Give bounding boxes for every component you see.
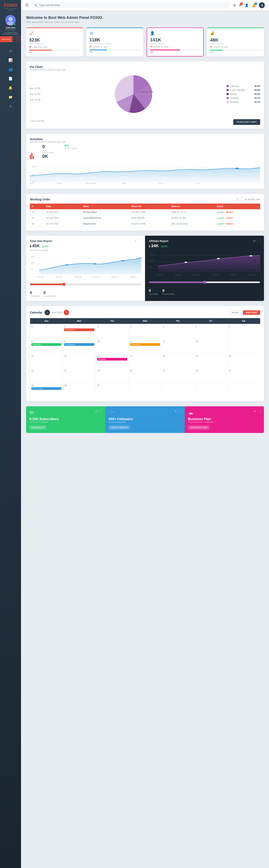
cal-cell-om-4[interactable]: 4 [227, 383, 260, 398]
users-icon-wrap[interactable]: 👤 [245, 3, 249, 7]
cal-cell-25[interactable]: 24 [129, 368, 161, 383]
stat-card-menu[interactable]: ⋮ [77, 31, 80, 34]
cal-next-btn[interactable]: › [64, 310, 69, 315]
menu-icon[interactable]: ☰ [25, 3, 29, 7]
cal-cell-24[interactable]: 23 [96, 368, 128, 383]
total-sale-refresh[interactable]: ↺ [134, 240, 137, 243]
cal-cell-12[interactable]: 12 [161, 339, 194, 353]
accept-btn[interactable]: ACCEPT [217, 223, 224, 225]
stat-card-menu-3[interactable]: ⋮ [197, 31, 200, 34]
social-value: 323K [29, 37, 80, 43]
widget-fol-refresh[interactable]: ↺ [174, 410, 177, 413]
widget-sub-expand[interactable]: ⛶ [99, 410, 102, 413]
sidebar-item-chart[interactable]: 📊 [6, 56, 15, 64]
visitors-value: 118K [89, 37, 140, 42]
cal-cell-28[interactable]: 27 [227, 368, 260, 383]
sidebar-item-docs[interactable]: 📄 [6, 74, 15, 83]
affiliate-range[interactable] [149, 281, 260, 284]
affiliate-refresh[interactable]: ↺ [253, 240, 255, 243]
cal-cell-10[interactable]: 10 [96, 339, 128, 353]
cal-event-repeating[interactable]: All Repeating [64, 343, 94, 346]
cal-event-today[interactable]: Click for today [31, 387, 61, 390]
sidebar-item-settings[interactable]: ⚙ [6, 102, 15, 111]
cal-cell-om-3[interactable]: 3 [194, 383, 227, 398]
download-chart-button[interactable]: DOWNLOAD CHART [233, 119, 260, 125]
cal-cell-11[interactable]: 11Conference [129, 339, 161, 353]
cal-cell-21[interactable]: 20 [227, 353, 260, 368]
affiliate-expand[interactable]: ⛶ [257, 240, 260, 243]
stat-card-menu-4[interactable]: ⋮ [258, 31, 261, 34]
cal-cell-15[interactable]: 14 [30, 353, 63, 368]
widget-sub-btn[interactable]: MANAGE LIST [29, 425, 47, 430]
cal-cell-6[interactable]: 6 [194, 324, 227, 339]
sidebar-item-notifications[interactable]: 🔔 [6, 84, 15, 92]
accept-btn[interactable]: ACCEPT [217, 217, 224, 219]
svg-text:40: 40 [150, 253, 154, 255]
widget-sub-refresh[interactable]: ↺ [95, 410, 97, 413]
cal-cell-23[interactable]: 22 [63, 368, 96, 383]
cal-cell-29[interactable]: 28Click for today [30, 383, 63, 398]
cal-cell-8[interactable]: 8Long Event [30, 339, 63, 353]
cal-cell-2[interactable]: 2All Day Event [63, 324, 96, 339]
pie-chart-menu[interactable]: ⋮ [252, 65, 255, 69]
cal-prev-btn[interactable]: ‹ [45, 310, 50, 315]
cal-cell-5[interactable]: 5 [161, 324, 194, 339]
widget-fol-expand[interactable]: ⛶ [179, 410, 181, 413]
email-icon-wrap[interactable]: ✉ 3 [239, 3, 242, 7]
cal-cell-18[interactable]: 17 [129, 353, 161, 368]
widget-plan-refresh[interactable]: ↺ [253, 410, 256, 413]
cal-cell-13[interactable]: 13 [194, 339, 227, 353]
widget-plan-btn[interactable]: UPGRADE TO PRO [188, 425, 209, 430]
cal-cell-27[interactable]: 26 [194, 368, 227, 383]
reject-btn[interactable]: REJECT [226, 223, 234, 225]
stat-card-menu-2[interactable]: ⋮ [137, 31, 140, 34]
row-name: Larisa Mackayova [81, 215, 130, 221]
accept-btn[interactable]: ACCEPT [217, 211, 224, 213]
cal-event-conference[interactable]: Conference [130, 343, 160, 346]
cal-event-long[interactable]: Long Event [31, 343, 61, 346]
cal-cell-9[interactable]: 9All Repeating [63, 339, 96, 353]
cal-cell-om-1[interactable]: 1 [129, 383, 161, 398]
total-sale-expand[interactable]: ⛶ [138, 240, 141, 243]
cal-cell-31[interactable]: 30 [96, 383, 128, 398]
cal-cell-16[interactable]: 15 [63, 353, 96, 368]
reject-btn[interactable]: REJECT [226, 211, 234, 213]
cal-cell-om-2[interactable]: 2 [161, 383, 194, 398]
activities-expand[interactable]: ⛶ [257, 137, 260, 141]
pie-legend: Lithuania 38.3% Czech Republic 23.0% Ire… [226, 85, 260, 103]
cal-cell-7[interactable]: 7 [227, 324, 260, 339]
calendar-view-btn[interactable]: Monthly [229, 310, 241, 315]
settings-icon-wrap[interactable]: ⚙ [233, 3, 236, 7]
sidebar-profile: John Doe DESIGNER I'm Working in Web Dev… [0, 13, 21, 44]
cal-cell-3[interactable]: 3 [96, 324, 128, 339]
cal-cell-20[interactable]: 19 [194, 353, 227, 368]
total-sale-range[interactable] [30, 283, 141, 286]
cal-cell-17[interactable]: 16Repeating [96, 353, 128, 368]
affiliate-chart: 40 20 0 2014 2016 2018 2020 2022 2024 [149, 251, 260, 276]
calendar-add-btn[interactable]: ADD EVENT [243, 310, 260, 315]
bell-icon-wrap[interactable]: 🔔 1 [252, 3, 256, 7]
reject-btn[interactable]: REJECT [226, 217, 234, 219]
working-order-expand[interactable]: ⛶ [240, 198, 243, 201]
cal-cell-22[interactable]: 21 [30, 368, 63, 383]
cal-cell-19[interactable]: 18 [161, 353, 194, 368]
widget-plan-expand[interactable]: ⛶ [258, 410, 261, 413]
sidebar-item-dashboard[interactable]: ⊞ [6, 46, 15, 55]
cal-cell-1[interactable]: 1 [30, 324, 63, 339]
pie-chart-expand[interactable]: ⛶ [257, 65, 260, 69]
cal-cell-26[interactable]: 25 [161, 368, 194, 383]
cal-event-repeating2[interactable]: Repeating [97, 358, 127, 361]
widget-fol-btn[interactable]: CHECK THEM OUT [109, 425, 130, 430]
dark-mode-toggle[interactable]: ◑ [259, 2, 265, 8]
cal-cell-30[interactable]: 29 [63, 383, 96, 398]
cal-event-all-day[interactable]: All Day Event [64, 329, 94, 331]
activities-menu[interactable]: ⋮ [252, 137, 255, 141]
cal-cell-4[interactable]: 4 [129, 324, 161, 339]
sidebar-item-files[interactable]: 📁 [6, 93, 15, 101]
sidebar-item-users[interactable]: 👥 [6, 65, 15, 73]
message-button[interactable]: MESSAGE [0, 36, 12, 42]
search-input[interactable] [39, 4, 227, 7]
logout-button[interactable]: LOG OUT [14, 36, 21, 42]
working-order-refresh[interactable]: ↺ [236, 198, 239, 201]
working-order-sort[interactable]: ▼ Sort By: Date [245, 198, 260, 200]
